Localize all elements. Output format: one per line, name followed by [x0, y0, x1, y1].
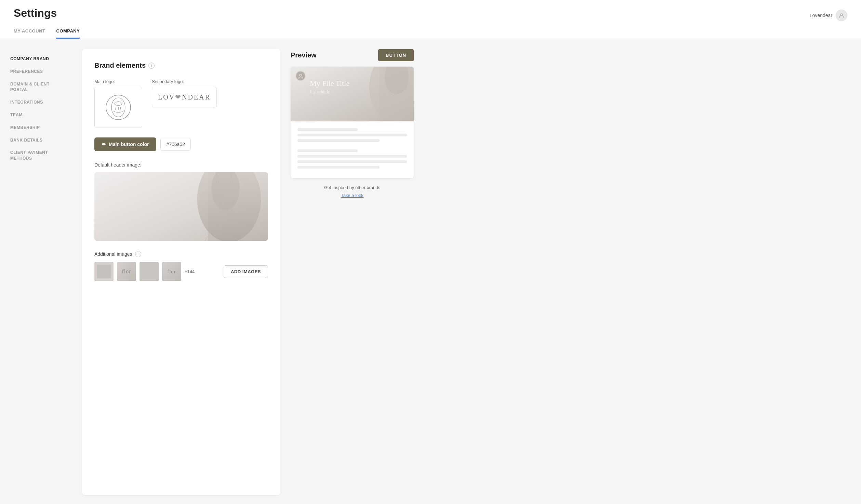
inspire-link[interactable]: Take a look: [341, 193, 363, 198]
default-header-label: Default header image:: [94, 162, 268, 168]
main-logo-image: LD: [105, 94, 132, 121]
preview-image-svg: [291, 67, 414, 121]
main-logo-label: Main logo:: [94, 79, 142, 84]
svg-point-0: [840, 14, 843, 16]
logos-row: Main logo: LD Secondary l: [94, 79, 268, 128]
additional-images-label: Additional images i: [94, 251, 268, 257]
page-header: Settings MY ACCOUNT COMPANY Lovendear: [0, 0, 861, 39]
sidebar-item-bank-details[interactable]: BANK DETAILS: [10, 134, 58, 147]
preview-line-6: [297, 160, 407, 163]
preview-line-1: [297, 128, 358, 131]
avatar[interactable]: [836, 10, 847, 21]
svg-rect-9: [97, 265, 111, 278]
brand-card: Brand elements i Main logo: LD: [82, 49, 280, 495]
preview-card: My File Title file subtitle: [291, 67, 414, 178]
content-area: Brand elements i Main logo: LD: [68, 39, 861, 504]
svg-rect-7: [208, 172, 268, 241]
thumb-2: flor: [117, 262, 136, 281]
additional-images-info-icon[interactable]: i: [135, 251, 141, 257]
preview-button[interactable]: BUTTON: [378, 49, 414, 61]
sidebar-item-integrations[interactable]: INTEGRATIONS: [10, 96, 58, 109]
additional-images-row: flor flor: [94, 262, 268, 281]
preview-file-title: My File Title: [310, 79, 349, 88]
secondary-logo-section: Secondary logo: LOV❤NDEAR: [152, 79, 217, 107]
sidebar-item-company-brand[interactable]: COMPANY BRAND: [10, 53, 58, 65]
add-images-button[interactable]: ADD IMAGES: [224, 265, 268, 278]
brand-elements-title: Brand elements i: [94, 62, 268, 69]
main-logo-section: Main logo: LD: [94, 79, 142, 128]
preview-avatar: [295, 71, 306, 81]
user-badge: Lovendear: [810, 10, 847, 21]
sidebar-item-membership[interactable]: MEMBERSHIP: [10, 121, 58, 134]
tab-bar: MY ACCOUNT COMPANY: [14, 25, 847, 39]
preview-line-4: [297, 149, 358, 152]
preview-header: Preview BUTTON: [291, 49, 414, 61]
preview-panel: Preview BUTTON: [291, 49, 414, 495]
plus-count: +144: [185, 269, 195, 274]
main-layout: COMPANY BRAND PREFERENCES DOMAIN & CLIEN…: [0, 39, 861, 504]
brand-elements-info-icon[interactable]: i: [148, 63, 155, 69]
preview-line-5: [297, 155, 407, 158]
svg-text:LD: LD: [115, 106, 121, 111]
main-logo-box[interactable]: LD: [94, 87, 142, 128]
secondary-logo-text: LOV❤NDEAR: [158, 93, 211, 101]
preview-title: Preview: [291, 51, 317, 59]
preview-content: [291, 121, 414, 178]
inspire-section: Get inspired by other brands Take a look: [291, 185, 414, 198]
page-title: Settings: [14, 7, 847, 19]
thumb-3: [140, 262, 159, 281]
sidebar-item-client-payment-methods[interactable]: CLIENT PAYMENT METHODS: [10, 146, 58, 165]
color-row: ✏ Main button color #706a52: [94, 137, 268, 151]
svg-point-15: [300, 74, 302, 76]
svg-rect-10: [140, 262, 159, 281]
inspire-text: Get inspired by other brands: [291, 185, 414, 190]
sidebar-item-domain-client-portal[interactable]: DOMAIN & CLIENT PORTAL: [10, 78, 58, 96]
preview-image-area: My File Title file subtitle: [291, 67, 414, 121]
header-image-box[interactable]: [94, 172, 268, 241]
color-value: #706a52: [160, 138, 191, 151]
thumb-4: flor: [162, 262, 181, 281]
sidebar: COMPANY BRAND PREFERENCES DOMAIN & CLIEN…: [0, 39, 68, 504]
tab-company[interactable]: COMPANY: [56, 25, 80, 39]
header-image-svg: [94, 172, 268, 241]
secondary-logo-label: Secondary logo:: [152, 79, 217, 84]
pencil-icon: ✏: [102, 142, 106, 147]
sidebar-item-preferences[interactable]: PREFERENCES: [10, 65, 58, 78]
main-button-color-btn[interactable]: ✏ Main button color: [94, 137, 156, 151]
sidebar-item-team[interactable]: TEAM: [10, 109, 58, 121]
preview-gap-1: [297, 145, 407, 149]
preview-file-subtitle: file subtitle: [310, 89, 330, 95]
svg-rect-14: [380, 67, 414, 121]
preview-line-3: [297, 139, 380, 142]
preview-line-7: [297, 166, 380, 169]
header-image-placeholder: [94, 172, 268, 241]
secondary-logo-box[interactable]: LOV❤NDEAR: [152, 87, 217, 107]
user-name: Lovendear: [810, 13, 832, 18]
tab-my-account[interactable]: MY ACCOUNT: [14, 25, 45, 39]
thumb-1: [94, 262, 114, 281]
preview-line-2: [297, 134, 407, 136]
